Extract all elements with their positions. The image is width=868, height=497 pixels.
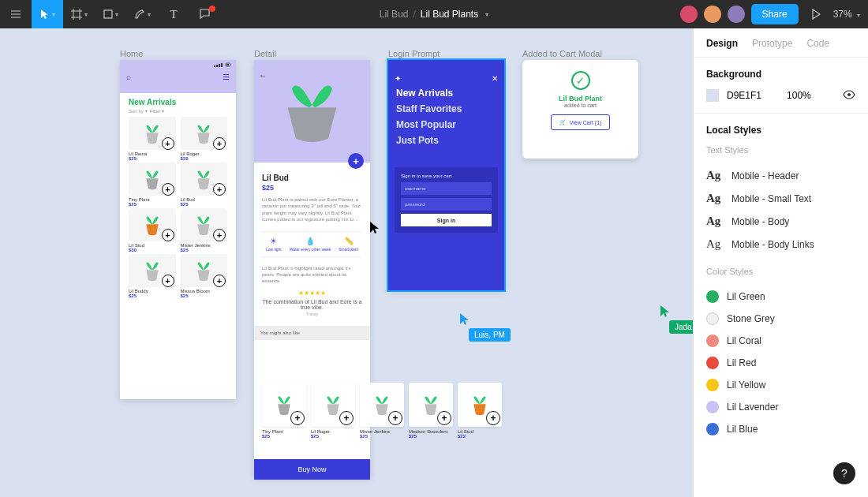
add-icon[interactable]: +	[486, 411, 500, 425]
product-card[interactable]: +Mister Jenkins$25	[181, 208, 228, 252]
color-styles-heading: Color Styles	[706, 267, 855, 276]
menu-icon[interactable]: ☰	[223, 73, 230, 81]
username-input[interactable]: username	[401, 182, 492, 195]
frame-home[interactable]: ⌕ ☰ New Arrivals Sort by ▾ Filter ▾ +Lil…	[120, 60, 236, 399]
comment-tool[interactable]	[189, 0, 221, 28]
search-icon[interactable]: ⌕	[126, 73, 131, 81]
product-price: $25	[262, 434, 306, 439]
text-styles-heading: Text Styles	[706, 145, 855, 155]
product-image: +	[458, 383, 502, 427]
pen-tool[interactable]: ▾	[126, 0, 158, 28]
related-product[interactable]: +Lil Roger$25	[311, 383, 355, 439]
document-title[interactable]: Lil Bud / Lil Bud Plants ▾	[380, 9, 488, 20]
password-input[interactable]: password	[401, 198, 492, 211]
color-style-name: Lil Red	[727, 357, 756, 368]
tab-prototype[interactable]: Prototype	[752, 38, 792, 49]
nav-just-pots[interactable]: Just Pots	[396, 133, 496, 148]
add-icon[interactable]: +	[213, 137, 226, 150]
shape-tool[interactable]: ▾	[95, 0, 126, 28]
background-swatch[interactable]	[706, 89, 719, 102]
product-card[interactable]: +Missus Bloom$25	[181, 254, 228, 298]
add-icon[interactable]: +	[213, 183, 226, 196]
frame-label-login[interactable]: Login Prompt	[388, 49, 440, 58]
zoom-level[interactable]: 37% ▾	[833, 9, 860, 20]
collaborator-avatar-3[interactable]	[728, 6, 745, 23]
product-card[interactable]: +Tiny Plant$25	[129, 163, 176, 207]
present-button[interactable]	[805, 9, 827, 20]
nav-most-popular[interactable]: Most Popular	[396, 117, 496, 133]
add-icon[interactable]: +	[437, 411, 451, 425]
color-style-row[interactable]: Stone Grey	[706, 308, 855, 330]
add-to-cart-fab[interactable]: +	[348, 153, 364, 169]
related-product[interactable]: +Lil Stud$22	[458, 383, 502, 439]
sign-in-button[interactable]: Sign in	[401, 214, 492, 226]
success-check-icon: ✓	[571, 71, 590, 90]
color-style-row[interactable]: Lil Red	[706, 352, 855, 374]
filter-dropdown[interactable]: Filter ▾	[150, 109, 164, 114]
view-cart-button[interactable]: 🛒 View Cart (1)	[551, 114, 611, 130]
related-product[interactable]: +Tiny Plant$25	[262, 383, 306, 439]
add-icon[interactable]: +	[388, 411, 402, 425]
frame-tool[interactable]: ▾	[63, 0, 95, 28]
product-price: $35	[181, 156, 228, 161]
background-hex[interactable]: D9E1F1	[727, 90, 761, 101]
add-icon[interactable]: +	[213, 275, 226, 287]
product-title: Lil Bud	[262, 174, 362, 182]
tab-code[interactable]: Code	[806, 38, 829, 49]
buy-now-button[interactable]: Buy Now	[254, 459, 370, 480]
status-bar	[120, 60, 236, 69]
nav-staff-favorites[interactable]: Staff Favorites	[396, 101, 496, 117]
frame-label-cart[interactable]: Added to Cart Modal	[522, 49, 602, 58]
add-icon[interactable]: +	[162, 229, 174, 241]
text-tool[interactable]: T	[158, 0, 189, 28]
product-price: $25	[262, 184, 362, 192]
color-style-row[interactable]: Lil Yellow	[706, 374, 855, 396]
color-style-row[interactable]: Lil Blue	[706, 418, 855, 440]
svg-rect-3	[216, 65, 218, 67]
frame-login[interactable]: ✦ ✕ New Arrivals Staff Favorites Most Po…	[388, 60, 504, 290]
tab-design[interactable]: Design	[706, 38, 738, 49]
move-tool[interactable]: ▾	[32, 0, 63, 28]
close-icon[interactable]: ✕	[492, 74, 498, 83]
frame-label-detail[interactable]: Detail	[254, 49, 276, 58]
add-icon[interactable]: +	[162, 183, 174, 196]
text-style-row[interactable]: AgMobile - Small Text	[706, 187, 855, 210]
product-card[interactable]: +Lil Roger$35	[181, 117, 228, 161]
add-icon[interactable]: +	[162, 137, 174, 150]
product-card[interactable]: +Lil Buddy$25	[129, 254, 176, 298]
color-swatch	[706, 290, 719, 303]
text-style-row[interactable]: AgMobile - Header	[706, 164, 855, 187]
add-icon[interactable]: +	[162, 275, 174, 287]
product-card[interactable]: +Lil Reina$25	[129, 117, 176, 161]
frame-label-home[interactable]: Home	[120, 49, 143, 58]
cursor-label-luis: Luis, PM	[469, 328, 511, 342]
add-icon[interactable]: +	[339, 411, 354, 425]
color-swatch	[706, 379, 719, 391]
sort-dropdown[interactable]: Sort by ▾	[129, 109, 148, 114]
text-style-row[interactable]: AgMobile - Body Links	[706, 233, 855, 256]
visibility-toggle[interactable]	[843, 90, 855, 102]
water-icon: 💧	[305, 237, 315, 245]
product-card[interactable]: +Lil Bud$25	[181, 163, 228, 207]
text-style-row[interactable]: AgMobile - Body	[706, 210, 855, 233]
product-card[interactable]: +Lil Stud$30	[129, 208, 176, 252]
collaborator-avatar-1[interactable]	[680, 6, 698, 23]
color-style-row[interactable]: Lil Coral	[706, 330, 855, 352]
background-opacity[interactable]: 100%	[787, 90, 811, 101]
hamburger-menu[interactable]	[0, 0, 32, 28]
product-price: $25	[181, 248, 228, 252]
color-style-name: Stone Grey	[727, 313, 775, 324]
back-arrow-icon[interactable]: ←	[259, 71, 267, 80]
color-style-row[interactable]: Lil Lavender	[706, 396, 855, 418]
color-style-row[interactable]: Lil Green	[706, 286, 855, 308]
add-icon[interactable]: +	[213, 229, 226, 241]
add-icon[interactable]: +	[290, 411, 305, 425]
collaborator-avatar-2[interactable]	[704, 6, 721, 23]
frame-cart-modal[interactable]: ✓ Lil Bud Plant added to cart 🛒 View Car…	[522, 60, 638, 159]
related-product[interactable]: +Mister Jenkins$25	[360, 383, 404, 439]
notification-dot	[209, 6, 215, 12]
share-button[interactable]: Share	[751, 4, 799, 24]
related-product[interactable]: +Medium Succulent$25	[409, 383, 453, 439]
help-button[interactable]: ?	[833, 462, 855, 484]
nav-new-arrivals[interactable]: New Arrivals	[396, 85, 496, 101]
